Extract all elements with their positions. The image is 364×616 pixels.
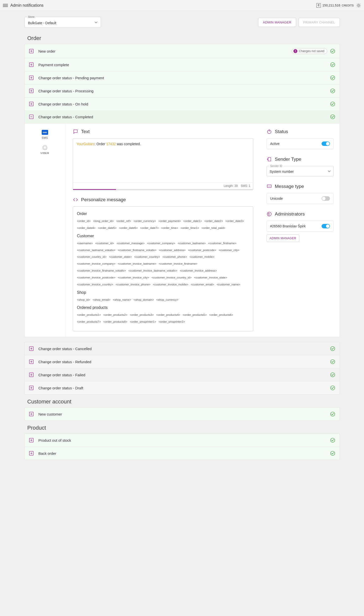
accordion-row-expanded[interactable]: Change order status - Completed (25, 110, 340, 123)
expand-icon[interactable] (29, 386, 34, 390)
var-tag[interactable]: <order_date6> (119, 225, 137, 231)
product-row-0[interactable]: Product out of stock (25, 434, 340, 447)
var-tag[interactable]: <customer_firstname_vokativ> (118, 248, 156, 253)
expand-icon[interactable] (29, 438, 34, 442)
text-editor-body[interactable]: YourGuitars: Order 17432 was completed. (73, 139, 253, 182)
var-tag[interactable]: <order_date7> (140, 225, 159, 231)
var-tag[interactable]: <order_time1> (181, 225, 199, 231)
var-tag[interactable]: <customer_invoice_firstname_vokativ> (77, 268, 126, 274)
var-tag[interactable]: <customer_lastname_vokativ> (77, 248, 115, 253)
var-tag[interactable]: <customer_postcode> (188, 248, 216, 253)
var-tag[interactable]: <shop_email> (93, 297, 110, 303)
var-tag[interactable]: <order_date1> (183, 219, 202, 224)
var-tag[interactable]: <customer_invoice_mobile> (153, 282, 188, 287)
settings-icon[interactable] (356, 3, 361, 8)
order-row-after-0[interactable]: Change order status - Cancelled (25, 342, 340, 355)
status-switch[interactable] (322, 141, 330, 146)
var-tag[interactable]: <customer_email> (191, 282, 214, 287)
var-tag[interactable]: <order_currency> (134, 219, 156, 224)
var-tag[interactable]: <customer_state> (109, 254, 132, 260)
channel-tab-sms[interactable]: SMS SMS (25, 128, 65, 143)
var-tag[interactable]: <customer_phone> (163, 254, 187, 260)
expand-icon[interactable] (29, 359, 34, 364)
expand-icon[interactable] (29, 412, 34, 416)
expand-icon[interactable] (29, 346, 34, 351)
store-select[interactable]: Store BulkGate - Default (24, 17, 101, 28)
order-row-3[interactable]: Change order status - Processing (25, 84, 340, 98)
var-tag[interactable]: <order_products7> (77, 319, 101, 325)
var-tag[interactable]: <customer_country> (134, 254, 160, 260)
credits-display[interactable]: C 150,211.516 CREDITS (316, 3, 354, 8)
var-tag[interactable]: <customer_invoice_phone> (116, 282, 151, 287)
var-tag[interactable]: <order_products3> (130, 312, 154, 318)
var-tag[interactable]: <customer_invoice_country_id> (152, 275, 192, 280)
customer-row-0[interactable]: New customer (25, 408, 340, 420)
var-tag[interactable]: <order_id> (77, 219, 91, 224)
var-tag[interactable]: <customer_city> (219, 248, 239, 253)
var-tag[interactable]: <customer_invoice_firstname> (159, 261, 197, 267)
var-tag[interactable]: <order_ref> (116, 219, 131, 224)
text-editor[interactable]: YourGuitars: Order 17432 was completed. … (73, 138, 253, 190)
primary-channel-button[interactable]: PRIMARY CHANNEL (299, 18, 340, 27)
var-tag[interactable]: <long_order_id> (93, 219, 114, 224)
var-tag[interactable]: <order_products2> (103, 312, 127, 318)
collapse-icon[interactable] (29, 115, 34, 119)
expand-icon[interactable] (29, 62, 34, 67)
expand-icon[interactable] (29, 373, 34, 377)
order-row-after-1[interactable]: Change order status - Refunded (25, 355, 340, 368)
var-tag[interactable]: <customer_invoice_lastname_vokativ> (128, 268, 177, 274)
var-tag[interactable]: <order_date4> (77, 225, 96, 231)
admin-switch[interactable] (322, 224, 330, 228)
var-tag[interactable]: <order_products1> (77, 312, 101, 318)
var-tag[interactable]: <order_time> (161, 225, 178, 231)
var-tag[interactable]: <order_payment> (158, 219, 181, 224)
var-tag[interactable]: <order_products6> (209, 312, 233, 318)
var-tag[interactable]: <order_total_paid> (202, 225, 226, 231)
order-row-4[interactable]: Change order status - On hold (25, 98, 340, 110)
order-row-2[interactable]: Change order status - Pending payment (25, 71, 340, 84)
var-tag[interactable]: <shop_name> (113, 297, 131, 303)
var-tag[interactable]: <customer_country_id> (77, 254, 107, 260)
product-row-1[interactable]: Back order (25, 447, 340, 460)
expand-icon[interactable] (29, 76, 34, 80)
var-tag[interactable]: <shop_domain> (134, 297, 154, 303)
admin-manager-btn-small[interactable]: ADMIN MANAGER (267, 235, 300, 242)
var-tag[interactable]: <customer_invoice_postcode> (77, 275, 115, 280)
var-tag[interactable]: <customer_mobile> (190, 254, 214, 260)
var-tag[interactable]: <customer_invoice_state> (194, 275, 227, 280)
var-tag[interactable]: <order_products8> (103, 319, 127, 325)
order-row-0[interactable]: New order!Changes not saved (25, 44, 340, 58)
var-tag[interactable]: <customer_company> (147, 241, 175, 246)
expand-icon[interactable] (29, 102, 34, 106)
var-tag[interactable]: <order_smsprinter2> (159, 319, 185, 325)
var-tag[interactable]: <customer_message> (116, 241, 145, 246)
var-tag[interactable]: <order_date5> (98, 225, 116, 231)
expand-icon[interactable] (29, 49, 34, 53)
var-tag[interactable]: <order_products4> (156, 312, 180, 318)
unicode-switch[interactable] (322, 196, 330, 201)
expand-icon[interactable] (29, 89, 34, 93)
var-tag[interactable]: <order_date2> (204, 219, 223, 224)
var-tag[interactable]: <order_date3> (225, 219, 244, 224)
var-tag[interactable]: <customer_id> (95, 241, 114, 246)
var-tag[interactable]: <customer_name> (217, 282, 240, 287)
var-tag[interactable]: <order_products5> (183, 312, 207, 318)
var-tag[interactable]: <customer_invoice_company> (77, 261, 115, 267)
var-tag[interactable]: <shop_id> (77, 297, 90, 303)
expand-icon[interactable] (29, 451, 34, 456)
var-tag[interactable]: <order_smsprinter1> (130, 319, 156, 325)
var-tag[interactable]: <username> (77, 241, 93, 246)
var-tag[interactable]: <customer_lastname> (178, 241, 206, 246)
sender-id-select[interactable]: Sender ID System number (267, 166, 334, 176)
channel-tab-viber[interactable]: VIBER (25, 143, 65, 159)
var-tag[interactable]: <shop_currency> (156, 297, 178, 303)
var-tag[interactable]: <customer_invoice_address> (180, 268, 217, 274)
order-row-1[interactable]: Payment complete (25, 58, 340, 71)
menu-icon[interactable] (3, 3, 8, 8)
var-tag[interactable]: <customer_firstname> (208, 241, 236, 246)
var-tag[interactable]: <customer_invoice_city> (118, 275, 149, 280)
order-row-after-2[interactable]: Change order status - Failed (25, 368, 340, 381)
var-tag[interactable]: <customer_invoice_lastname> (118, 261, 156, 267)
var-tag[interactable]: <customer_address> (159, 248, 186, 253)
var-tag[interactable]: <customer_invoice_country> (77, 282, 113, 287)
